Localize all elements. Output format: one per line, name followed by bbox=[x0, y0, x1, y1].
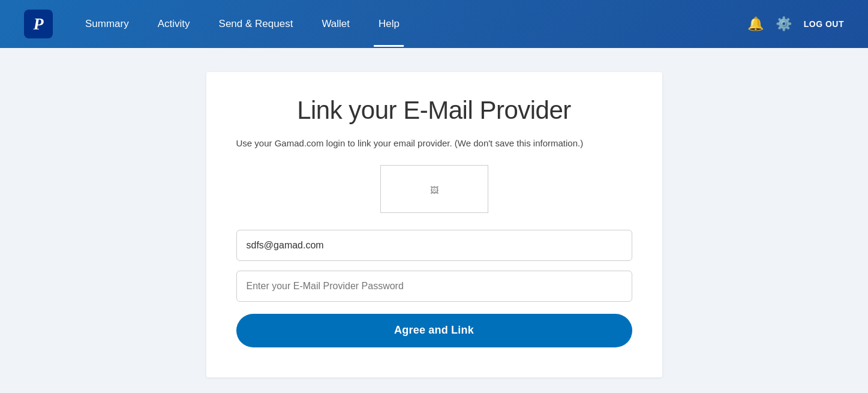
nav-wallet[interactable]: Wallet bbox=[307, 1, 364, 47]
page-title: Link your E-Mail Provider bbox=[236, 96, 632, 125]
paypal-logo-icon: P bbox=[33, 14, 43, 34]
navbar: P Summary Activity Send & Request Wallet… bbox=[0, 0, 868, 48]
logout-button[interactable]: LOG OUT bbox=[804, 19, 844, 29]
provider-logo-box: 🖼 bbox=[380, 165, 488, 213]
subtitle-text: Use your Gamad.com login to link your em… bbox=[236, 137, 632, 151]
nav-summary[interactable]: Summary bbox=[71, 1, 143, 47]
email-input[interactable] bbox=[236, 230, 632, 261]
navbar-right: 🔔 ⚙️ LOG OUT bbox=[747, 16, 844, 32]
nav-activity[interactable]: Activity bbox=[143, 1, 205, 47]
settings-icon[interactable]: ⚙️ bbox=[776, 16, 792, 32]
nav-links: Summary Activity Send & Request Wallet H… bbox=[71, 1, 414, 47]
main-content: Link your E-Mail Provider Use your Gamad… bbox=[0, 48, 868, 393]
agree-link-button[interactable]: Agree and Link bbox=[236, 314, 632, 347]
nav-send-request[interactable]: Send & Request bbox=[205, 1, 308, 47]
form-container: Link your E-Mail Provider Use your Gamad… bbox=[206, 72, 662, 377]
notification-icon[interactable]: 🔔 bbox=[747, 16, 764, 32]
broken-image-icon: 🖼 bbox=[430, 183, 438, 195]
password-input[interactable] bbox=[236, 271, 632, 302]
paypal-logo: P bbox=[24, 10, 53, 38]
navbar-left: P Summary Activity Send & Request Wallet… bbox=[24, 1, 414, 47]
nav-help[interactable]: Help bbox=[364, 1, 414, 47]
logo-area: 🖼 bbox=[236, 165, 632, 213]
